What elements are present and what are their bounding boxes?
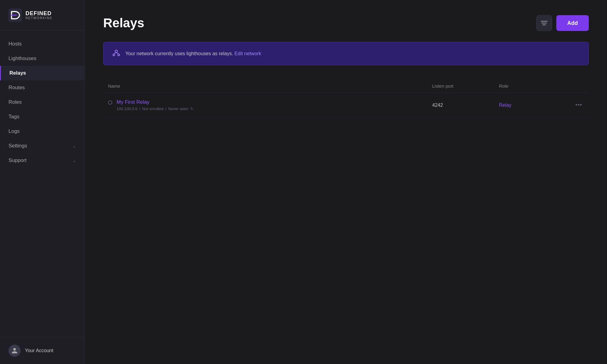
cell-role: Relay: [499, 103, 566, 108]
relay-meta: 100.100.0.6 / Not enrolled / Never seen …: [117, 106, 194, 111]
chevron-down-icon: ⌄: [73, 143, 76, 148]
filter-icon: [541, 20, 548, 26]
relay-info: My First Relay 100.100.0.6 / Not enrolle…: [117, 99, 194, 111]
sidebar-item-hosts[interactable]: Hosts: [0, 37, 85, 51]
svg-point-6: [118, 54, 120, 56]
cell-actions: •••: [566, 100, 584, 110]
more-options-button[interactable]: •••: [574, 100, 584, 110]
cell-listen-port: 4242: [432, 103, 499, 108]
table-row[interactable]: My First Relay 100.100.0.6 / Not enrolle…: [103, 93, 589, 118]
logo-networking: NETWORKING: [25, 16, 53, 20]
user-icon: [11, 347, 18, 354]
relay-seen: Never seen: [168, 106, 188, 111]
chevron-down-icon: ⌄: [73, 158, 76, 163]
page-header: Relays Add: [103, 15, 589, 31]
page-title: Relays: [103, 16, 144, 30]
main-content: Relays Add Your network curre: [85, 0, 607, 364]
sidebar-item-settings[interactable]: Settings ⌄: [0, 139, 85, 153]
cell-name: My First Relay 100.100.0.6 / Not enrolle…: [108, 99, 432, 111]
sidebar-item-routes[interactable]: Routes: [0, 80, 85, 95]
sidebar-item-support[interactable]: Support ⌄: [0, 153, 85, 168]
sidebar-item-relays[interactable]: Relays: [0, 66, 85, 80]
svg-point-4: [115, 50, 117, 52]
column-header-role: Role: [499, 83, 566, 89]
svg-line-7: [114, 52, 116, 54]
svg-point-5: [113, 54, 115, 56]
logo-text: DEFINED NETWORKING: [25, 11, 53, 20]
relay-name: My First Relay: [117, 99, 194, 105]
sidebar-item-lighthouses[interactable]: Lighthouses: [0, 51, 85, 66]
nav-list: Hosts Lighthouses Relays Routes Roles Ta…: [0, 31, 85, 337]
header-actions: Add: [536, 15, 589, 31]
sidebar-item-logs[interactable]: Logs: [0, 124, 85, 139]
svg-line-8: [116, 52, 119, 54]
edit-network-link[interactable]: Edit network: [235, 51, 261, 56]
relay-icon: [112, 48, 120, 59]
refresh-icon: ↻: [190, 106, 194, 111]
logo-icon: [8, 8, 22, 22]
logo-defined: DEFINED: [25, 11, 53, 17]
relays-table: Name Listen port Role My First Relay 100…: [103, 80, 589, 118]
avatar: [8, 345, 21, 357]
column-header-listen-port: Listen port: [432, 83, 499, 89]
relay-enrolled: Not enrolled: [142, 106, 163, 111]
sidebar-item-roles[interactable]: Roles: [0, 95, 85, 110]
table-header: Name Listen port Role: [103, 80, 589, 93]
column-header-actions: [566, 83, 584, 89]
account-label: Your Account: [25, 348, 53, 353]
banner-text: Your network currently uses lighthouses …: [125, 51, 261, 56]
info-banner: Your network currently uses lighthouses …: [103, 42, 589, 65]
status-dot: [108, 100, 112, 105]
add-button[interactable]: Add: [556, 15, 589, 31]
account-area[interactable]: Your Account: [0, 337, 85, 364]
sidebar-item-tags[interactable]: Tags: [0, 110, 85, 124]
relay-ip: 100.100.0.6: [117, 106, 137, 111]
column-header-name: Name: [108, 83, 432, 89]
filter-button[interactable]: [536, 15, 552, 31]
logo-area: DEFINED NETWORKING: [0, 0, 85, 31]
sidebar: DEFINED NETWORKING Hosts Lighthouses Rel…: [0, 0, 85, 364]
